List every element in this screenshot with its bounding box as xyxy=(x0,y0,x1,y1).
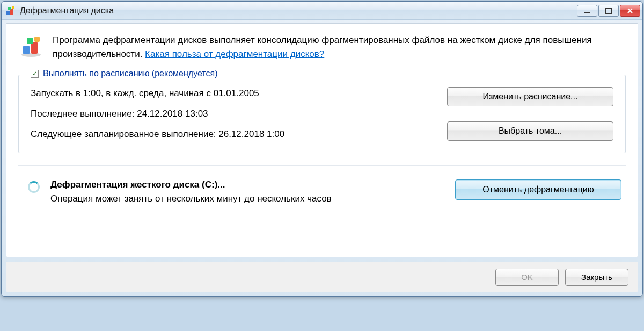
window: Дефрагментация диска xyxy=(1,1,643,297)
help-link[interactable]: Какая польза от дефрагментации дисков? xyxy=(145,49,324,59)
schedule-last-run: Последнее выполнение: 24.12.2018 13:03 xyxy=(31,109,435,119)
window-title: Дефрагментация диска xyxy=(20,6,577,16)
progress-title: Дефрагментация жесткого диска (C:)... xyxy=(50,179,444,190)
content-area: Программа дефрагментации дисков выполняе… xyxy=(6,23,638,257)
titlebar: Дефрагментация диска xyxy=(2,2,642,20)
svg-rect-2 xyxy=(8,7,11,10)
schedule-checkbox[interactable]: ✓ xyxy=(31,70,39,78)
svg-rect-4 xyxy=(584,12,590,13)
intro-row: Программа дефрагментации дисков выполняе… xyxy=(18,33,626,61)
schedule-next-run: Следующее запланированное выполнение: 26… xyxy=(31,129,435,140)
defrag-app-icon xyxy=(6,6,16,16)
schedule-run-at: Запускать в 1:00, в кажд. среда, начиная… xyxy=(31,88,435,99)
svg-rect-7 xyxy=(23,46,30,54)
select-volumes-button[interactable]: Выбрать тома... xyxy=(447,121,613,141)
progress-section: Дефрагментация жесткого диска (C:)... Оп… xyxy=(18,165,626,211)
close-button[interactable] xyxy=(620,5,640,17)
intro-text: Программа дефрагментации дисков выполняе… xyxy=(53,33,626,61)
ok-button[interactable]: OK xyxy=(495,269,559,286)
spinner-icon xyxy=(28,181,40,193)
schedule-legend: ✓ Выполнять по расписанию (рекомендуется… xyxy=(26,69,222,78)
svg-rect-5 xyxy=(606,8,611,13)
schedule-group: ✓ Выполнять по расписанию (рекомендуется… xyxy=(18,75,626,153)
close-dialog-button[interactable]: Закрыть xyxy=(565,269,628,286)
svg-rect-9 xyxy=(27,38,33,44)
footer: OK Закрыть xyxy=(6,262,638,292)
schedule-checkbox-label: Выполнять по расписанию (рекомендуется) xyxy=(43,69,217,78)
svg-rect-0 xyxy=(6,11,10,15)
change-schedule-button[interactable]: Изменить расписание... xyxy=(447,87,613,106)
progress-subtitle: Операция может занять от нескольких мину… xyxy=(50,192,383,205)
svg-rect-3 xyxy=(12,6,14,9)
defrag-large-icon xyxy=(18,33,44,59)
minimize-button[interactable] xyxy=(577,5,597,17)
svg-rect-10 xyxy=(34,37,40,42)
window-controls xyxy=(577,5,640,17)
cancel-defrag-button[interactable]: Отменить дефрагментацию xyxy=(455,179,621,200)
maximize-button[interactable] xyxy=(598,5,619,17)
